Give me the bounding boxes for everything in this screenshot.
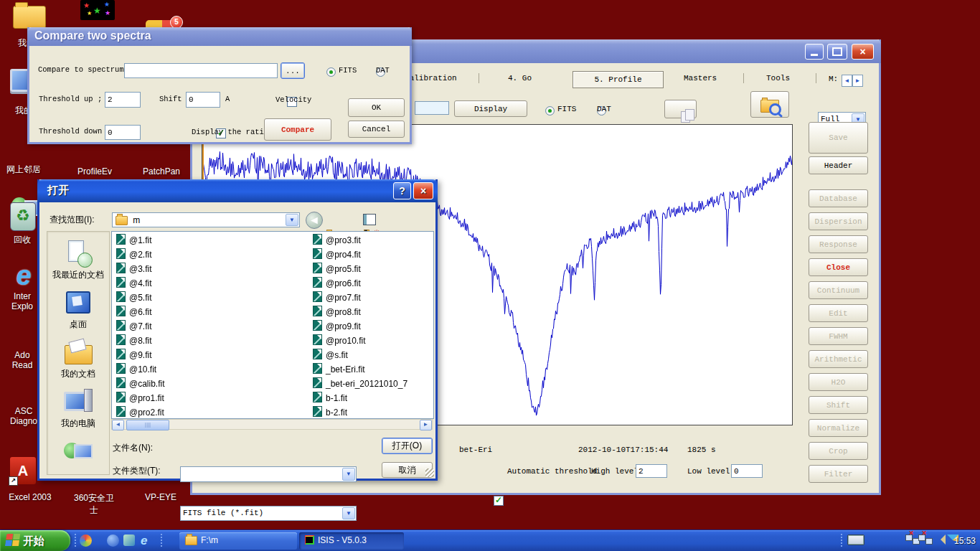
- file-item[interactable]: @1.fit: [116, 234, 307, 248]
- tray-keyboard-icon[interactable]: [847, 534, 864, 545]
- file-item[interactable]: @7.fit: [116, 320, 307, 334]
- file-item[interactable]: @pro2.fit: [116, 406, 307, 419]
- compare-to-field[interactable]: [124, 63, 278, 78]
- quick-launch-app-icon[interactable]: [123, 534, 135, 546]
- file-item[interactable]: @pro8.fit: [313, 306, 432, 320]
- help-button[interactable]: ?: [393, 182, 411, 199]
- file-item[interactable]: @s.fit: [313, 349, 432, 363]
- ok-button[interactable]: OK: [348, 98, 405, 117]
- file-item[interactable]: @pro3.fit: [313, 234, 432, 248]
- cancel-button[interactable]: Cancel: [348, 121, 405, 138]
- taskbar-item-isis[interactable]: ISIS - V5.0.3: [299, 532, 404, 550]
- fits-radio[interactable]: [545, 106, 555, 116]
- file-item[interactable]: @8.fit: [116, 334, 307, 349]
- scroll-left-button[interactable]: ◄: [842, 75, 852, 87]
- file-item[interactable]: @pro9.fit: [313, 320, 432, 334]
- open-dialog-titlebar[interactable]: 打开 ? ×: [37, 179, 438, 202]
- shift-field[interactable]: [186, 92, 220, 108]
- tab-profile-selected[interactable]: 5. Profile: [573, 71, 664, 88]
- horizontal-scrollbar[interactable]: ◄ ►: [111, 419, 433, 430]
- chevron-down-icon[interactable]: ▼: [342, 507, 355, 519]
- file-item[interactable]: @pro6.fit: [313, 277, 432, 291]
- desktop-icon-internet-explorer[interactable]: e: [10, 263, 37, 290]
- place-item[interactable]: [47, 437, 109, 466]
- close-button[interactable]: ×: [413, 182, 433, 199]
- file-item[interactable]: @6.fit: [116, 306, 307, 320]
- compare-button[interactable]: Compare: [264, 118, 331, 141]
- panel-button[interactable]: Close: [809, 258, 868, 276]
- file-item[interactable]: @3.fit: [116, 263, 307, 277]
- panel-button[interactable]: FWHM: [809, 327, 868, 345]
- file-type-select[interactable]: FITS file (*.fit) ▼: [180, 506, 357, 521]
- file-item[interactable]: b-2.fit: [313, 406, 432, 419]
- file-list[interactable]: @1.fit @2.fit @3.fit @4.fit @5.fit @6.fi…: [111, 231, 434, 419]
- scroll-right-button[interactable]: ►: [420, 420, 432, 430]
- open-file-button[interactable]: [750, 91, 789, 118]
- quick-launch-pinwheel-icon[interactable]: [80, 534, 92, 547]
- file-item[interactable]: @pro5.fit: [313, 263, 432, 277]
- place-item[interactable]: 我的电脑: [47, 387, 109, 430]
- panel-button[interactable]: Database: [809, 189, 868, 207]
- chevron-down-icon[interactable]: ▼: [342, 468, 355, 481]
- start-button[interactable]: 开始: [0, 530, 70, 551]
- panel-button[interactable]: Edit: [809, 304, 868, 322]
- browse-button[interactable]: ...: [281, 62, 305, 79]
- panel-button[interactable]: Filter: [809, 465, 868, 483]
- panel-button[interactable]: Arithmetic: [809, 350, 868, 368]
- panel-button[interactable]: Dispersion: [809, 212, 868, 230]
- compare-dialog-titlebar[interactable]: Compare two spectra: [27, 27, 412, 46]
- tab-masters[interactable]: Masters: [684, 74, 717, 83]
- panel-button[interactable]: Normalize: [809, 419, 868, 437]
- open-button[interactable]: 打开(O): [382, 438, 433, 454]
- display-button[interactable]: Display: [454, 100, 527, 117]
- scroll-left-button[interactable]: ◄: [112, 420, 124, 430]
- desktop-icon-folder[interactable]: [13, 0, 46, 29]
- tab-calibration[interactable]: Calibration: [405, 74, 457, 83]
- file-item[interactable]: @9.fit: [116, 349, 307, 363]
- file-item[interactable]: _bet-eri_20121010_7: [313, 377, 432, 392]
- file-field[interactable]: [415, 101, 449, 115]
- panel-button[interactable]: Crop: [809, 442, 868, 460]
- file-item[interactable]: @5.fit: [116, 291, 307, 306]
- file-item[interactable]: @pro1.fit: [116, 392, 307, 406]
- quick-launch-person-icon[interactable]: [107, 534, 119, 547]
- tray-volume-icon[interactable]: [938, 534, 946, 545]
- file-item[interactable]: b-1.fit: [313, 392, 432, 406]
- file-item[interactable]: @calib.fit: [116, 377, 307, 392]
- desktop-icon-adobe-reader[interactable]: A↗: [10, 457, 36, 484]
- file-item[interactable]: @pro4.fit: [313, 248, 432, 263]
- file-item[interactable]: @pro7.fit: [313, 291, 432, 306]
- minimize-button[interactable]: [805, 44, 824, 60]
- taskbar-item-fm[interactable]: F:\m: [179, 532, 297, 550]
- close-button[interactable]: ×: [852, 44, 874, 60]
- panel-button[interactable]: H2O: [809, 373, 868, 391]
- panel-button[interactable]: Response: [809, 235, 868, 253]
- look-in-select[interactable]: m ▼: [112, 212, 300, 227]
- file-name-select[interactable]: ▼: [180, 466, 357, 482]
- file-item[interactable]: @pro10.fit: [313, 334, 432, 349]
- resize-grip[interactable]: [425, 468, 434, 477]
- scrollbar-thumb[interactable]: [126, 420, 169, 430]
- automatic-threshold-checkbox[interactable]: [494, 496, 504, 506]
- quick-launch-ie-icon[interactable]: e: [141, 534, 154, 547]
- file-item[interactable]: @2.fit: [116, 248, 307, 263]
- views-menu-button[interactable]: ▼: [363, 214, 385, 227]
- place-item[interactable]: 桌面: [47, 288, 109, 331]
- panel-button[interactable]: Continuum: [809, 281, 868, 299]
- place-item[interactable]: 我的文档: [47, 338, 109, 380]
- desktop-icon-isis-starfield[interactable]: ★ ★ ★ ★ ★: [80, 0, 115, 20]
- place-item[interactable]: 我最近的文档: [47, 239, 109, 281]
- tab-go[interactable]: 4. Go: [508, 74, 532, 83]
- tab-tools[interactable]: Tools: [766, 74, 790, 83]
- threshold-up-field[interactable]: [105, 92, 141, 108]
- desktop-icon-recycle-bin[interactable]: ♻: [10, 202, 36, 231]
- threshold-down-field[interactable]: [105, 125, 141, 140]
- file-item[interactable]: @10.fit: [116, 363, 307, 377]
- panel-button[interactable]: Header: [809, 156, 868, 174]
- back-button[interactable]: ◄: [306, 212, 323, 229]
- panel-button[interactable]: Shift: [809, 396, 868, 414]
- file-item[interactable]: _bet-Eri.fit: [313, 363, 432, 377]
- file-item[interactable]: @4.fit: [116, 277, 307, 291]
- low-level-field[interactable]: [731, 464, 763, 478]
- chevron-down-icon[interactable]: ▼: [286, 214, 298, 226]
